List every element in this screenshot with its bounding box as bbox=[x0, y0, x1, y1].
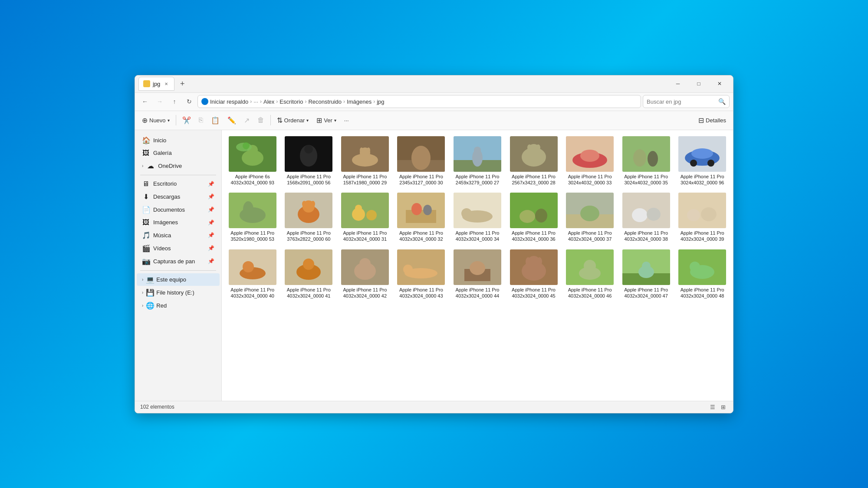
svg-point-29 bbox=[633, 149, 646, 167]
svg-point-4 bbox=[243, 142, 250, 149]
file-item[interactable]: Apple iPhone 11 Pro 4032x3024_0000 46 bbox=[562, 247, 617, 302]
svg-point-30 bbox=[648, 151, 658, 167]
forward-button[interactable]: → bbox=[153, 95, 166, 108]
sidebar-item-inicio[interactable]: 🏠 Inicio bbox=[137, 134, 220, 147]
bc-iniciar[interactable]: Iniciar respaldo bbox=[210, 98, 248, 105]
file-item[interactable]: Apple iPhone 11 Pro 3520x1980_0000 53 bbox=[225, 190, 280, 245]
file-item[interactable]: Apple iPhone 11 Pro 1587x1980_0000 29 bbox=[338, 134, 392, 189]
file-name-label: Apple iPhone 11 Pro 4032x3024_0000 48 bbox=[678, 287, 726, 299]
search-box[interactable]: 🔍 bbox=[643, 95, 730, 108]
file-item[interactable]: Apple iPhone 11 Pro 2567x3423_0000 28 bbox=[506, 134, 561, 189]
file-name-label: Apple iPhone 11 Pro 2345x3127_0000 30 bbox=[397, 174, 445, 186]
file-item[interactable]: Apple iPhone 11 Pro 4032x3024_0000 36 bbox=[506, 190, 561, 245]
copy-button[interactable]: ⎘ bbox=[195, 113, 207, 127]
file-item[interactable]: Apple iPhone 11 Pro 3024x4032_0000 33 bbox=[562, 134, 617, 189]
grid-view-button[interactable]: ⊞ bbox=[718, 402, 728, 412]
equipo-chevron: › bbox=[142, 277, 143, 282]
new-chevron: ▾ bbox=[168, 118, 170, 123]
cut-button[interactable]: ✂️ bbox=[179, 113, 194, 127]
file-item[interactable]: Apple iPhone 11 Pro 4032x3024_0000 48 bbox=[675, 247, 730, 302]
back-button[interactable]: ← bbox=[138, 95, 151, 108]
tab-close-button[interactable]: ✕ bbox=[163, 80, 170, 87]
file-item[interactable]: Apple iPhone 6s 4032x3024_0000 93 bbox=[225, 134, 280, 189]
file-thumbnail bbox=[454, 136, 501, 172]
bc-reconstruido[interactable]: Reconstruido bbox=[308, 98, 342, 105]
file-item[interactable]: Apple iPhone 11 Pro 3763x2822_0000 60 bbox=[282, 190, 336, 245]
bc-dots[interactable]: ··· bbox=[253, 98, 258, 105]
file-thumbnail bbox=[229, 249, 276, 285]
file-item[interactable]: Apple iPhone 11 Pro 4032x3024_0000 40 bbox=[225, 247, 280, 302]
file-area[interactable]: Apple iPhone 6s 4032x3024_0000 93Apple i… bbox=[222, 130, 733, 401]
paste-button[interactable]: 📋 bbox=[207, 113, 223, 127]
delete-button[interactable]: 🗑 bbox=[254, 113, 268, 127]
file-item[interactable]: Apple iPhone 11 Pro 4032x3024_0000 44 bbox=[450, 247, 505, 302]
close-button[interactable]: ✕ bbox=[710, 77, 730, 91]
svg-point-47 bbox=[355, 205, 362, 212]
active-tab[interactable]: jpg ✕ bbox=[138, 77, 174, 91]
sidebar-group-equipo[interactable]: › 💻 Este equipo bbox=[137, 273, 220, 286]
svg-point-93 bbox=[642, 262, 651, 270]
sidebar-item-onedrive[interactable]: › ☁ OneDrive bbox=[137, 160, 220, 172]
sidebar-group-filehistory[interactable]: › 💾 File history (E:) bbox=[137, 286, 220, 299]
sort-button[interactable]: ⇅ Ordenar ▾ bbox=[273, 113, 312, 127]
new-tab-button[interactable]: + bbox=[176, 78, 188, 90]
file-item[interactable]: Apple iPhone 11 Pro 4032x3024_0000 34 bbox=[450, 190, 505, 245]
file-item[interactable]: Apple iPhone 11 Pro 4032x3024_0000 45 bbox=[506, 247, 561, 302]
bc-jpg[interactable]: jpg bbox=[377, 98, 384, 105]
file-item[interactable]: Apple iPhone 11 Pro 2345x3127_0000 30 bbox=[394, 134, 449, 189]
sidebar-item-galeria[interactable]: 🖼 Galería bbox=[137, 147, 220, 159]
sidebar-group-red[interactable]: › 🌐 Red bbox=[137, 299, 220, 312]
maximize-button[interactable]: □ bbox=[689, 77, 709, 91]
sidebar-item-imagenes[interactable]: 🖼 Imágenes 📌 bbox=[137, 216, 220, 229]
file-item[interactable]: Apple iPhone 11 Pro 2459x3279_0000 27 bbox=[450, 134, 505, 189]
file-thumbnail bbox=[285, 193, 332, 228]
file-thumbnail bbox=[622, 249, 670, 285]
sidebar-item-escritorio[interactable]: 🖥 Escritorio 📌 bbox=[137, 178, 220, 190]
file-item[interactable]: Apple iPhone 11 Pro 4032x3024_0000 37 bbox=[562, 190, 617, 245]
file-item[interactable]: Apple iPhone 11 Pro 4032x3024_0000 47 bbox=[619, 247, 674, 302]
file-item[interactable]: Apple iPhone 11 Pro 4032x3024_0000 39 bbox=[675, 190, 730, 245]
bc-escritorio[interactable]: Escritorio bbox=[279, 98, 303, 105]
list-view-button[interactable]: ☰ bbox=[708, 402, 717, 412]
sidebar-item-descargas[interactable]: ⬇ Descargas 📌 bbox=[137, 190, 220, 203]
sidebar-item-videos[interactable]: 🎬 Vídeos 📌 bbox=[137, 242, 220, 255]
svg-point-46 bbox=[366, 210, 377, 220]
search-input[interactable] bbox=[647, 98, 716, 105]
sidebar-item-capturas[interactable]: 📷 Capturas de pan 📌 bbox=[137, 255, 220, 268]
file-item[interactable]: Apple iPhone 11 Pro 4032x3024_0000 41 bbox=[282, 247, 336, 302]
svg-point-60 bbox=[580, 206, 599, 221]
details-button[interactable]: ⊟ Detalles bbox=[695, 113, 730, 127]
breadcrumb[interactable]: Iniciar respaldo › ··· › Alex › Escritor… bbox=[197, 95, 641, 108]
file-item[interactable]: Apple iPhone 11 Pro 1568x2091_0000 56 bbox=[282, 134, 336, 189]
file-item[interactable]: Apple iPhone 11 Pro 4032x3024_0000 31 bbox=[338, 190, 392, 245]
file-item[interactable]: Apple iPhone 11 Pro 3024x4032_0000 96 bbox=[675, 134, 730, 189]
file-item[interactable]: Apple iPhone 11 Pro 3024x4032_0000 35 bbox=[619, 134, 674, 189]
red-chevron: › bbox=[142, 303, 143, 308]
file-item[interactable]: Apple iPhone 11 Pro 4032x3024_0000 43 bbox=[394, 247, 449, 302]
sidebar-label-inicio: Inicio bbox=[153, 137, 166, 144]
address-bar: ← → ↑ ↻ Iniciar respaldo › ··· › Alex › … bbox=[135, 93, 733, 111]
svg-point-7 bbox=[304, 145, 313, 154]
more-button[interactable]: ··· bbox=[341, 113, 352, 127]
svg-point-69 bbox=[243, 261, 254, 272]
refresh-button[interactable]: ↻ bbox=[183, 95, 196, 108]
sidebar-item-musica[interactable]: 🎵 Música 📌 bbox=[137, 229, 220, 242]
bc-alex[interactable]: Alex bbox=[263, 98, 274, 105]
bc-imagenes[interactable]: Imágenes bbox=[347, 98, 372, 105]
minimize-button[interactable]: ─ bbox=[668, 77, 688, 91]
sidebar-label-red: Red bbox=[156, 302, 167, 309]
view-button[interactable]: ⊞ Ver ▾ bbox=[313, 113, 340, 127]
file-item[interactable]: Apple iPhone 11 Pro 4032x3024_0000 38 bbox=[619, 190, 674, 245]
file-item[interactable]: Apple iPhone 11 Pro 4032x3024_0000 42 bbox=[338, 247, 392, 302]
share-button[interactable]: ↗ bbox=[240, 113, 253, 127]
svg-point-23 bbox=[527, 144, 532, 151]
file-thumbnail bbox=[678, 136, 726, 172]
sidebar-item-documentos[interactable]: 📄 Documentos 📌 bbox=[137, 203, 220, 216]
new-button[interactable]: ⊕ Nuevo ▾ bbox=[138, 113, 173, 127]
svg-point-85 bbox=[526, 257, 531, 266]
sidebar-label-galeria: Galería bbox=[153, 150, 172, 156]
rename-button[interactable]: ✏️ bbox=[224, 113, 240, 127]
file-name-label: Apple iPhone 11 Pro 4032x3024_0000 41 bbox=[285, 287, 332, 299]
up-button[interactable]: ↑ bbox=[168, 95, 181, 108]
file-item[interactable]: Apple iPhone 11 Pro 4032x3024_0000 32 bbox=[394, 190, 449, 245]
